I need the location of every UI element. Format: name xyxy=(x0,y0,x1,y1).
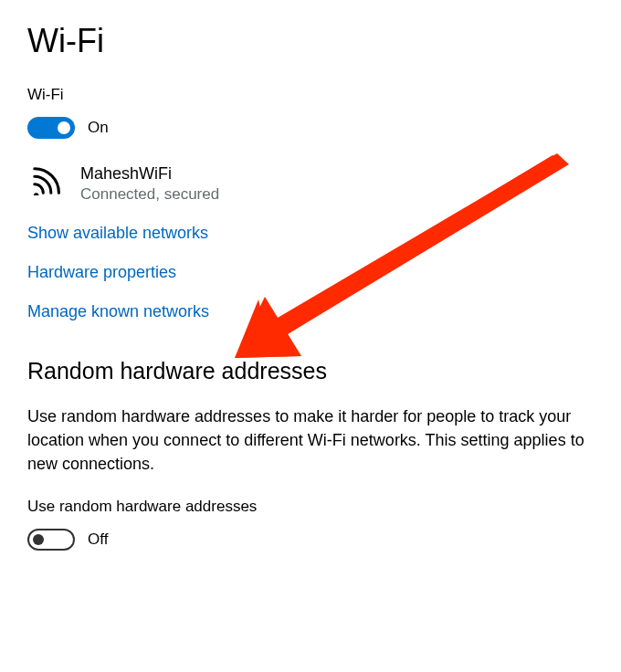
random-hw-toggle-row: Off xyxy=(27,529,594,551)
wifi-section-label: Wi-Fi xyxy=(27,86,594,104)
wifi-signal-icon xyxy=(27,164,66,199)
page-title: Wi-Fi xyxy=(27,22,594,60)
manage-known-networks-link[interactable]: Manage known networks xyxy=(27,302,594,321)
network-name: MaheshWiFi xyxy=(80,164,219,184)
random-hw-toggle-state: Off xyxy=(88,530,108,549)
random-hw-toggle-label: Use random hardware addresses xyxy=(27,498,594,516)
show-available-networks-link[interactable]: Show available networks xyxy=(27,224,594,243)
network-info: MaheshWiFi Connected, secured xyxy=(80,164,219,204)
wifi-toggle-row: On xyxy=(27,117,594,139)
random-hw-toggle[interactable] xyxy=(27,529,75,551)
wifi-toggle[interactable] xyxy=(27,117,75,139)
hardware-properties-link[interactable]: Hardware properties xyxy=(27,263,594,282)
random-hw-description: Use random hardware addresses to make it… xyxy=(27,404,594,476)
random-hw-heading: Random hardware addresses xyxy=(27,358,594,384)
wifi-toggle-state: On xyxy=(88,119,109,137)
network-status: Connected, secured xyxy=(80,185,219,204)
current-network[interactable]: MaheshWiFi Connected, secured xyxy=(27,164,594,204)
